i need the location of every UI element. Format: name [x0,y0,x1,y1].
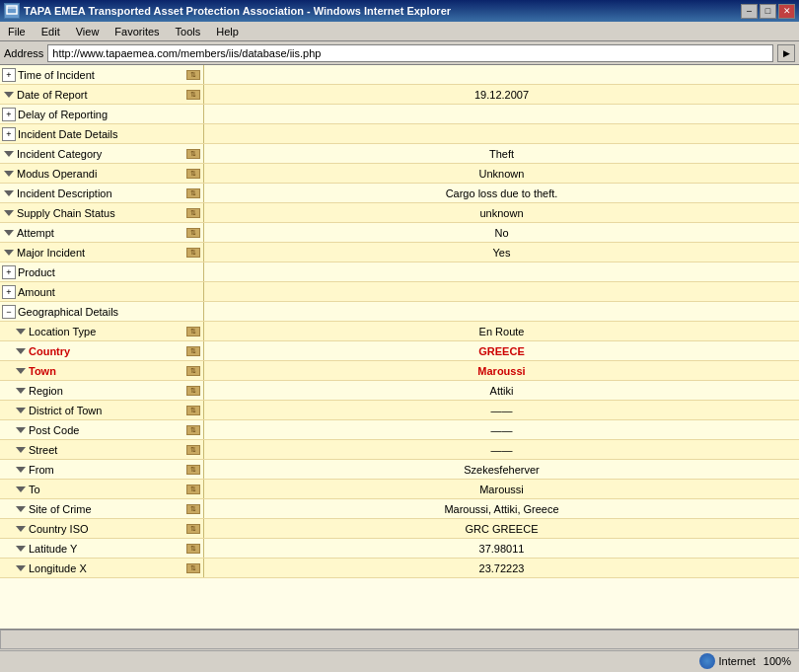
sort-icon[interactable]: ⇅ [185,226,201,240]
sort-icon-img[interactable]: ⇅ [186,70,200,80]
sort-icon[interactable]: ⇅ [185,147,201,161]
sort-icon-img[interactable]: ⇅ [186,386,200,396]
row-value: Szekesfeherver [464,464,539,476]
row-value-cell: GRC GREECE [204,519,799,538]
expand-icon[interactable]: + [2,68,16,82]
sort-icon-img[interactable]: ⇅ [186,406,200,415]
sort-icon-img[interactable]: ⇅ [186,228,200,238]
arrow-icon[interactable] [4,151,14,157]
sort-icon-img[interactable]: ⇅ [186,465,200,475]
expand-icon[interactable]: + [2,127,16,141]
sort-icon-img[interactable]: ⇅ [186,149,200,159]
sort-icon-img[interactable]: ⇅ [186,346,200,356]
arrow-icon[interactable] [16,447,26,453]
sort-icon-img[interactable]: ⇅ [186,248,200,258]
menu-edit[interactable]: Edit [37,24,64,39]
status-bar: Internet 100% [0,629,799,672]
arrow-icon[interactable] [16,329,26,335]
arrow-icon[interactable] [16,565,26,571]
sort-icon-img[interactable]: ⇅ [186,524,200,534]
sort-icon[interactable]: ⇅ [185,384,201,398]
sort-icon[interactable]: ⇅ [185,483,201,496]
arrow-icon[interactable] [4,92,14,98]
sort-icon[interactable]: ⇅ [185,561,201,575]
table-row: +Time of Incident⇅ [0,65,799,85]
sort-icon[interactable]: ⇅ [185,542,201,556]
arrow-icon[interactable] [16,348,26,354]
sort-icon-img[interactable]: ⇅ [186,208,200,218]
row-value: Cargo loss due to theft. [446,187,558,199]
menu-favorites[interactable]: Favorites [110,24,163,39]
row-value-cell: Yes [204,243,799,261]
arrow-icon[interactable] [16,486,26,492]
row-label: Time of Incident [18,69,183,81]
sort-icon[interactable]: ⇅ [185,344,201,358]
sort-icon[interactable]: ⇅ [185,68,201,82]
sort-icon-img[interactable]: ⇅ [186,90,200,100]
arrow-icon[interactable] [4,190,14,196]
menu-file[interactable]: File [4,24,30,39]
sort-icon-img[interactable]: ⇅ [186,327,200,336]
row-label: Town [29,365,183,377]
arrow-icon[interactable] [4,230,14,236]
arrow-icon[interactable] [16,546,26,552]
sort-icon[interactable]: ⇅ [185,88,201,102]
collapse-icon[interactable]: − [2,305,16,319]
sort-icon[interactable]: ⇅ [185,404,201,417]
sort-icon-img[interactable]: ⇅ [186,504,200,514]
table-row: Major Incident⇅Yes [0,243,799,262]
sort-icon-img[interactable]: ⇅ [186,485,200,494]
arrow-icon[interactable] [16,506,26,512]
arrow-icon[interactable] [16,408,26,413]
menu-tools[interactable]: Tools [172,24,205,39]
sort-icon-img[interactable]: ⇅ [186,563,200,573]
sort-icon-img[interactable]: ⇅ [186,366,200,376]
row-value-cell [204,105,799,123]
row-label-cell: Major Incident⇅ [0,243,204,261]
status-internet-label: Internet [719,655,756,667]
expand-icon[interactable]: + [2,108,16,121]
table-row: Latitude Y⇅37.98011 [0,539,799,559]
sort-icon-img[interactable]: ⇅ [186,425,200,435]
expand-icon[interactable]: + [2,265,16,279]
arrow-icon[interactable] [4,210,14,216]
sort-icon-img[interactable]: ⇅ [186,445,200,455]
sort-icon-img[interactable]: ⇅ [186,188,200,198]
arrow-icon[interactable] [16,368,26,374]
sort-icon[interactable]: ⇅ [185,443,201,457]
arrow-icon[interactable] [4,250,14,256]
arrow-icon[interactable] [16,467,26,473]
sort-icon-img[interactable]: ⇅ [186,544,200,554]
menu-view[interactable]: View [72,24,104,39]
sort-icon[interactable]: ⇅ [185,364,201,378]
menu-help[interactable]: Help [212,24,243,39]
go-button[interactable]: ▶ [777,44,795,62]
menu-bar: File Edit View Favorites Tools Help [0,22,799,41]
sort-icon[interactable]: ⇅ [185,423,201,437]
sort-icon[interactable]: ⇅ [185,246,201,260]
sort-icon[interactable]: ⇅ [185,325,201,338]
table-row: Town⇅Maroussi [0,361,799,381]
expand-icon[interactable]: + [2,285,16,299]
sort-icon[interactable]: ⇅ [185,167,201,181]
maximize-button[interactable]: □ [760,4,776,19]
arrow-icon[interactable] [16,388,26,394]
sort-icon[interactable]: ⇅ [185,463,201,477]
arrow-icon[interactable] [16,427,26,433]
arrow-icon[interactable] [16,526,26,532]
address-input[interactable] [47,44,773,62]
table-row: District of Town⇅—— [0,401,799,420]
table-row: Incident Category⇅Theft [0,144,799,164]
tree-table[interactable]: +Time of Incident⇅Date of Report⇅19.12.2… [0,65,799,629]
minimize-button[interactable]: – [741,4,758,19]
close-button[interactable]: ✕ [778,4,795,19]
row-value-cell: 37.98011 [204,539,799,558]
row-label: Street [29,444,183,456]
sort-icon[interactable]: ⇅ [185,187,201,200]
sort-icon[interactable]: ⇅ [185,502,201,516]
arrow-icon[interactable] [4,171,14,177]
sort-icon[interactable]: ⇅ [185,206,201,220]
sort-icon[interactable]: ⇅ [185,522,201,536]
sort-icon-img[interactable]: ⇅ [186,169,200,179]
row-value-cell: Cargo loss due to theft. [204,184,799,202]
